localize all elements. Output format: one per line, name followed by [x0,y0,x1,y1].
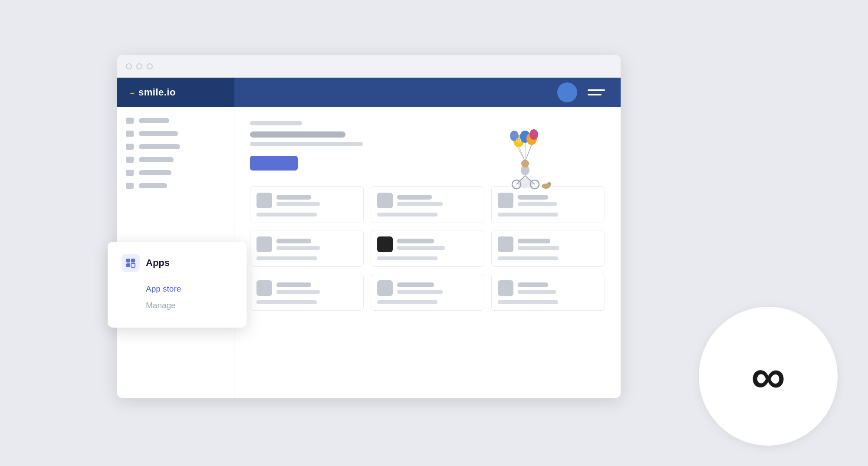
card-desc [518,202,557,206]
apps-dropdown: Apps App store Manage [108,242,247,328]
top-nav: ⌣ smile.io [117,78,621,107]
balloon-illustration [482,120,569,190]
card-meta [498,213,558,217]
user-avatar[interactable] [557,82,577,102]
sidebar-label [139,170,171,175]
app-card[interactable] [491,230,605,267]
page-cta-button[interactable] [250,156,298,171]
dropdown-title: Apps [146,257,170,269]
card-title [518,195,548,200]
app-card[interactable] [250,186,364,223]
app-card[interactable] [250,274,364,311]
app-card[interactable] [491,274,605,311]
svg-rect-24 [126,263,130,267]
browser-window: ⌣ smile.io [117,55,621,398]
brand-logo-icon: ⌣ [129,88,135,98]
sidebar-icon [126,157,134,163]
svg-rect-25 [131,263,135,267]
sidebar-label [139,131,178,136]
app-card[interactable] [371,274,484,311]
card-meta [256,256,317,260]
brand-name: smile.io [138,87,176,98]
card-thumbnail [498,236,513,252]
sidebar-label [139,144,180,149]
sidebar-icon [126,170,134,176]
card-title [518,239,550,243]
cards-grid [250,186,605,311]
card-desc [397,290,443,294]
nav-brand: ⌣ smile.io [117,78,234,107]
card-desc [276,246,320,250]
card-title [518,282,548,287]
page-subtitle-placeholder [250,121,302,125]
card-thumbnail [498,280,513,296]
svg-point-21 [549,183,551,184]
card-title [276,195,311,200]
sidebar-item [126,144,225,150]
card-thumbnail [377,280,393,296]
card-meta [377,213,437,217]
browser-dot-3 [147,63,153,69]
sidebar-item [126,183,225,189]
card-title [276,282,311,287]
card-desc [518,246,559,250]
card-thumbnail [377,236,393,252]
card-thumbnail [256,280,272,296]
svg-point-17 [529,129,538,140]
sidebar-label [139,157,174,162]
dropdown-item-app-store[interactable]: App store [122,281,233,297]
browser-dot-1 [126,63,132,69]
sidebar-item [126,118,225,124]
nav-right [234,82,621,102]
svg-rect-22 [126,259,130,263]
card-desc [276,290,320,294]
sidebar-label [139,183,167,188]
page-desc-placeholder [250,142,363,146]
svg-point-16 [510,131,519,141]
card-meta [256,213,317,217]
sidebar-icon [126,183,134,189]
sidebar-icon [126,118,134,124]
sidebar-item [126,131,225,137]
sidebar-icon [126,144,134,150]
sidebar-item [126,157,225,163]
card-thumbnail [256,236,272,252]
card-desc [397,202,443,206]
infinity-circle: ∞ [699,307,838,446]
app-card[interactable] [491,186,605,223]
card-desc [397,246,445,250]
sidebar-icon [126,131,134,137]
card-thumbnail [256,193,272,208]
app-card[interactable] [371,186,484,223]
app-card[interactable] [250,230,364,267]
page-title-placeholder [250,131,345,138]
dropdown-header: Apps [122,254,233,272]
browser-dot-2 [136,63,142,69]
apps-icon [122,254,140,272]
card-thumbnail [377,193,393,208]
dropdown-item-manage[interactable]: Manage [122,297,233,314]
browser-titlebar [117,55,621,78]
card-title [397,282,434,287]
card-title [397,239,434,243]
card-meta [377,300,437,304]
app-card[interactable] [371,230,484,267]
sidebar-item [126,170,225,176]
card-title [397,195,432,200]
card-meta [256,300,317,304]
card-meta [498,256,558,260]
scene: ⌣ smile.io [65,38,803,428]
infinity-icon: ∞ [751,352,785,400]
card-meta [377,256,437,260]
sidebar-label [139,118,169,123]
card-meta [498,300,558,304]
card-title [276,239,311,243]
card-desc [276,202,320,206]
card-thumbnail [498,193,513,208]
hamburger-menu-icon[interactable] [588,89,605,95]
svg-rect-23 [131,259,135,263]
card-desc [518,290,556,294]
